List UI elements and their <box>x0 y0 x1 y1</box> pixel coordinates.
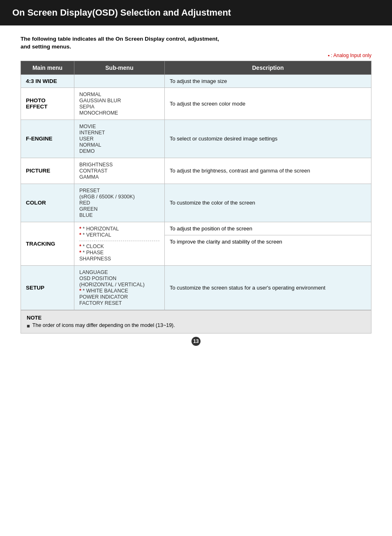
main-menu-cell: 4:3 IN WIDE <box>21 74 74 87</box>
table-row: COLOR PRESET (sRGB / 6500K / 9300K) RED … <box>21 184 371 222</box>
table-row: PICTURE BRIGHTNESS CONTRAST GAMMA To adj… <box>21 158 371 184</box>
sub-menu-cell: * * HORIZONTAL * * VERTICAL * * CLOCK <box>74 222 165 265</box>
sub-item: * * VERTICAL <box>79 232 159 238</box>
content-area: The following table indicates all the On… <box>0 25 392 363</box>
sub-group-bottom: * * CLOCK * * PHASE SHARPNESS <box>79 244 159 262</box>
sub-item: CONTRAST <box>79 168 159 174</box>
table-header-row: Main menu Sub-menu Description <box>21 61 371 74</box>
note-item: ■ The order of icons may differ dependin… <box>27 322 365 329</box>
sub-menu-cell: PRESET (sRGB / 6500K / 9300K) RED GREEN … <box>74 184 165 222</box>
sub-item: MOVIE <box>79 124 159 129</box>
sub-item: * * CLOCK <box>79 244 159 249</box>
note-bullet: ■ <box>27 323 30 329</box>
sub-item: GREEN <box>79 206 159 212</box>
main-menu-cell: F-ENGINE <box>21 120 74 158</box>
sub-item: BRIGHTNESS <box>79 162 159 168</box>
table-row: TRACKING * * HORIZONTAL * * VERTICAL <box>21 222 371 265</box>
sub-item: BLUE <box>79 212 159 218</box>
sub-item: NORMAL <box>79 92 159 97</box>
desc-cell: To adjust the screen color mode <box>165 87 371 120</box>
intro-text: The following table indicates all the On… <box>21 35 371 51</box>
desc-cell: To customize the color of the screen <box>165 184 371 222</box>
desc-cell-split: To adjust the position of the screen To … <box>165 222 371 265</box>
table-row: PHOTOEFFECT NORMAL GAUSSIAN BLUR SEPIA M… <box>21 87 371 120</box>
sub-item: NORMAL <box>79 142 159 148</box>
sub-menu-cell: LANGUAGE OSD POSITION (HORIZONTAL / VERT… <box>74 265 165 310</box>
note-title: NOTE <box>27 315 365 321</box>
table-row: SETUP LANGUAGE OSD POSITION (HORIZONTAL … <box>21 265 371 310</box>
main-menu-cell: PHOTOEFFECT <box>21 87 74 120</box>
page-number-badge: 13 <box>191 337 201 346</box>
sub-item: GAMMA <box>79 174 159 180</box>
sub-item: USER <box>79 136 159 142</box>
sub-item: OSD POSITION <box>79 276 159 281</box>
main-menu-cell: SETUP <box>21 265 74 310</box>
note-section: NOTE ■ The order of icons may differ dep… <box>21 310 371 334</box>
desc-top: To adjust the position of the screen <box>165 222 371 235</box>
page-header: On Screen Display(OSD) Selection and Adj… <box>0 0 392 25</box>
desc-cell: To adjust the brightness, contrast and g… <box>165 158 371 184</box>
main-menu-cell: PICTURE <box>21 158 74 184</box>
sub-menu-cell <box>74 74 165 87</box>
sub-group-top: * * HORIZONTAL * * VERTICAL <box>79 226 159 241</box>
col-sub-menu: Sub-menu <box>74 61 165 74</box>
desc-bottom: To improve the clarity and stability of … <box>165 235 371 248</box>
sub-item: * * HORIZONTAL <box>79 226 159 232</box>
table-row: 4:3 IN WIDE To adjust the image size <box>21 74 371 87</box>
col-main-menu: Main menu <box>21 61 74 74</box>
sub-item: * * WHITE BALANCE <box>79 288 159 294</box>
main-menu-cell: TRACKING <box>21 222 74 265</box>
sub-item: * * PHASE <box>79 250 159 255</box>
sub-menu-cell: MOVIE INTERNET USER NORMAL DEMO <box>74 120 165 158</box>
sub-item: (sRGB / 6500K / 9300K) <box>79 194 159 200</box>
sub-item: INTERNET <box>79 130 159 136</box>
sub-item: FACTORY RESET <box>79 300 159 306</box>
sub-menu-cell: NORMAL GAUSSIAN BLUR SEPIA MONOCHROME <box>74 87 165 120</box>
sub-menu-cell: BRIGHTNESS CONTRAST GAMMA <box>74 158 165 184</box>
sub-item: PRESET <box>79 188 159 193</box>
page-title: On Screen Display(OSD) Selection and Adj… <box>12 7 231 18</box>
sub-item: GAUSSIAN BLUR <box>79 98 159 104</box>
page-number-area: 13 <box>21 337 371 346</box>
sub-item: DEMO <box>79 148 159 154</box>
sub-item: (HORIZONTAL / VERTICAL) <box>79 282 159 288</box>
sub-item: RED <box>79 200 159 206</box>
sub-item: MONOCHROME <box>79 110 159 116</box>
sub-item: LANGUAGE <box>79 269 159 275</box>
sub-item: SHARPNESS <box>79 256 159 262</box>
desc-cell: To select or customize desired image set… <box>165 120 371 158</box>
sub-item: SEPIA <box>79 104 159 110</box>
analog-note: ▪ : Analog Input only <box>21 53 371 58</box>
sub-item: POWER INDICATOR <box>79 294 159 300</box>
page: On Screen Display(OSD) Selection and Adj… <box>0 0 392 536</box>
desc-cell: To adjust the image size <box>165 74 371 87</box>
osd-table: Main menu Sub-menu Description 4:3 IN WI… <box>21 61 371 310</box>
table-row: F-ENGINE MOVIE INTERNET USER NORMAL DEMO… <box>21 120 371 158</box>
note-text: The order of icons may differ depending … <box>32 322 175 328</box>
main-menu-cell: COLOR <box>21 184 74 222</box>
desc-cell: To customize the screen status for a use… <box>165 265 371 310</box>
col-description: Description <box>165 61 371 74</box>
